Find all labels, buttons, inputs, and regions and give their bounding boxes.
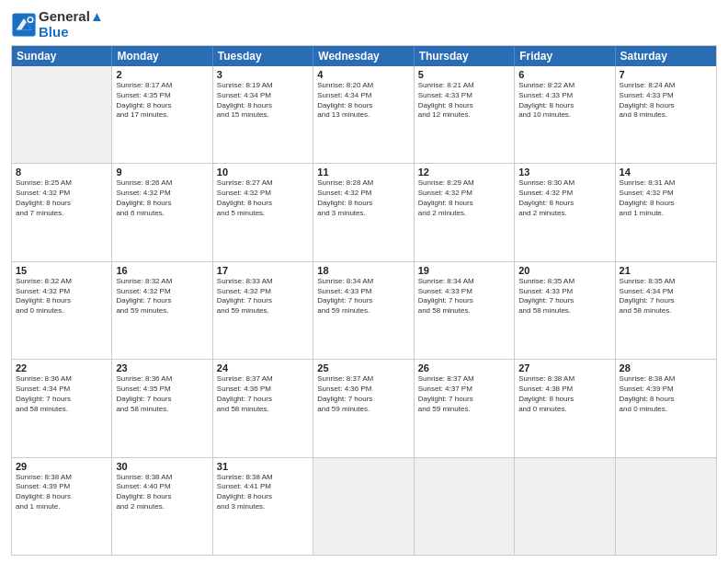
- calendar-cell: 30Sunrise: 8:38 AM Sunset: 4:40 PM Dayli…: [112, 458, 212, 555]
- cell-info: Sunrise: 8:35 AM Sunset: 4:34 PM Dayligh…: [620, 277, 712, 316]
- cell-info: Sunrise: 8:36 AM Sunset: 4:34 PM Dayligh…: [16, 374, 108, 414]
- cell-info: Sunrise: 8:37 AM Sunset: 4:36 PM Dayligh…: [317, 374, 409, 414]
- cell-info: Sunrise: 8:27 AM Sunset: 4:32 PM Dayligh…: [217, 178, 309, 218]
- cell-info: Sunrise: 8:33 AM Sunset: 4:32 PM Dayligh…: [217, 277, 309, 316]
- day-number: 25: [317, 362, 409, 373]
- calendar-cell: [313, 458, 414, 555]
- calendar-row-1: 8Sunrise: 8:25 AM Sunset: 4:32 PM Daylig…: [12, 163, 716, 260]
- calendar-cell: 8Sunrise: 8:25 AM Sunset: 4:32 PM Daylig…: [12, 164, 112, 260]
- day-number: 4: [317, 69, 409, 80]
- logo-text-block: General▲ Blue: [39, 9, 104, 40]
- cell-info: Sunrise: 8:37 AM Sunset: 4:36 PM Dayligh…: [217, 374, 309, 414]
- cell-info: Sunrise: 8:36 AM Sunset: 4:35 PM Dayligh…: [116, 374, 208, 414]
- calendar-cell: 18Sunrise: 8:34 AM Sunset: 4:33 PM Dayli…: [313, 262, 414, 359]
- cell-info: Sunrise: 8:32 AM Sunset: 4:32 PM Dayligh…: [116, 277, 208, 316]
- logo: General▲ Blue: [11, 9, 104, 40]
- cell-info: Sunrise: 8:28 AM Sunset: 4:32 PM Dayligh…: [317, 178, 409, 218]
- day-number: 10: [217, 167, 309, 178]
- header-cell-monday: Monday: [112, 46, 212, 66]
- header-cell-wednesday: Wednesday: [313, 46, 414, 66]
- calendar-cell: 16Sunrise: 8:32 AM Sunset: 4:32 PM Dayli…: [112, 262, 212, 359]
- cell-info: Sunrise: 8:22 AM Sunset: 4:33 PM Dayligh…: [518, 81, 610, 121]
- day-number: 18: [317, 265, 409, 276]
- calendar-cell: 23Sunrise: 8:36 AM Sunset: 4:35 PM Dayli…: [112, 360, 212, 456]
- header-cell-thursday: Thursday: [415, 46, 515, 66]
- svg-point-4: [28, 17, 32, 21]
- calendar-cell: 5Sunrise: 8:21 AM Sunset: 4:33 PM Daylig…: [415, 66, 515, 163]
- calendar-row-3: 22Sunrise: 8:36 AM Sunset: 4:34 PM Dayli…: [12, 359, 716, 456]
- day-number: 15: [16, 265, 108, 276]
- calendar-header: SundayMondayTuesdayWednesdayThursdayFrid…: [12, 46, 716, 66]
- header-cell-friday: Friday: [515, 46, 615, 66]
- day-number: 12: [418, 167, 510, 178]
- calendar-cell: 17Sunrise: 8:33 AM Sunset: 4:32 PM Dayli…: [213, 262, 313, 359]
- calendar-cell: 3Sunrise: 8:19 AM Sunset: 4:34 PM Daylig…: [213, 66, 313, 163]
- calendar: SundayMondayTuesdayWednesdayThursdayFrid…: [11, 45, 717, 556]
- cell-info: Sunrise: 8:19 AM Sunset: 4:34 PM Dayligh…: [217, 81, 309, 121]
- logo-line2: Blue: [39, 25, 104, 40]
- calendar-body: 2Sunrise: 8:17 AM Sunset: 4:35 PM Daylig…: [12, 66, 716, 555]
- calendar-page: General▲ Blue SundayMondayTuesdayWednesd…: [0, 0, 728, 563]
- day-number: 23: [116, 362, 208, 373]
- cell-info: Sunrise: 8:25 AM Sunset: 4:32 PM Dayligh…: [16, 178, 108, 218]
- day-number: 11: [317, 167, 409, 178]
- calendar-cell: 28Sunrise: 8:38 AM Sunset: 4:39 PM Dayli…: [616, 360, 716, 456]
- header-cell-sunday: Sunday: [12, 46, 112, 66]
- day-number: 7: [620, 69, 712, 80]
- calendar-row-0: 2Sunrise: 8:17 AM Sunset: 4:35 PM Daylig…: [12, 66, 716, 163]
- cell-info: Sunrise: 8:38 AM Sunset: 4:40 PM Dayligh…: [116, 473, 208, 512]
- cell-info: Sunrise: 8:37 AM Sunset: 4:37 PM Dayligh…: [418, 374, 510, 414]
- calendar-cell: 22Sunrise: 8:36 AM Sunset: 4:34 PM Dayli…: [12, 360, 112, 456]
- day-number: 26: [418, 362, 510, 373]
- cell-info: Sunrise: 8:29 AM Sunset: 4:32 PM Dayligh…: [418, 178, 510, 218]
- calendar-cell: 12Sunrise: 8:29 AM Sunset: 4:32 PM Dayli…: [415, 164, 515, 260]
- day-number: 16: [116, 265, 208, 276]
- calendar-cell: 15Sunrise: 8:32 AM Sunset: 4:32 PM Dayli…: [12, 262, 112, 359]
- calendar-cell: 31Sunrise: 8:38 AM Sunset: 4:41 PM Dayli…: [213, 458, 313, 555]
- calendar-cell: [515, 458, 615, 555]
- calendar-cell: 4Sunrise: 8:20 AM Sunset: 4:34 PM Daylig…: [313, 66, 414, 163]
- day-number: 9: [116, 167, 208, 178]
- calendar-cell: 6Sunrise: 8:22 AM Sunset: 4:33 PM Daylig…: [515, 66, 615, 163]
- cell-info: Sunrise: 8:38 AM Sunset: 4:39 PM Dayligh…: [620, 374, 712, 414]
- day-number: 28: [620, 362, 712, 373]
- day-number: 31: [217, 461, 309, 472]
- cell-info: Sunrise: 8:38 AM Sunset: 4:38 PM Dayligh…: [518, 374, 610, 414]
- header-cell-saturday: Saturday: [616, 46, 716, 66]
- calendar-cell: 9Sunrise: 8:26 AM Sunset: 4:32 PM Daylig…: [112, 164, 212, 260]
- calendar-cell: 20Sunrise: 8:35 AM Sunset: 4:33 PM Dayli…: [515, 262, 615, 359]
- calendar-cell: 2Sunrise: 8:17 AM Sunset: 4:35 PM Daylig…: [112, 66, 212, 163]
- cell-info: Sunrise: 8:38 AM Sunset: 4:41 PM Dayligh…: [217, 473, 309, 512]
- cell-info: Sunrise: 8:38 AM Sunset: 4:39 PM Dayligh…: [16, 473, 108, 512]
- header-cell-tuesday: Tuesday: [213, 46, 313, 66]
- day-number: 21: [620, 265, 712, 276]
- calendar-row-2: 15Sunrise: 8:32 AM Sunset: 4:32 PM Dayli…: [12, 261, 716, 359]
- cell-info: Sunrise: 8:34 AM Sunset: 4:33 PM Dayligh…: [317, 277, 409, 316]
- calendar-cell: 7Sunrise: 8:24 AM Sunset: 4:33 PM Daylig…: [616, 66, 716, 163]
- day-number: 22: [16, 362, 108, 373]
- day-number: 8: [16, 167, 108, 178]
- cell-info: Sunrise: 8:30 AM Sunset: 4:32 PM Dayligh…: [518, 178, 610, 218]
- day-number: 2: [116, 69, 208, 80]
- cell-info: Sunrise: 8:24 AM Sunset: 4:33 PM Dayligh…: [620, 81, 712, 121]
- day-number: 6: [518, 69, 610, 80]
- calendar-row-4: 29Sunrise: 8:38 AM Sunset: 4:39 PM Dayli…: [12, 457, 716, 555]
- calendar-cell: 26Sunrise: 8:37 AM Sunset: 4:37 PM Dayli…: [415, 360, 515, 456]
- cell-info: Sunrise: 8:35 AM Sunset: 4:33 PM Dayligh…: [518, 277, 610, 316]
- cell-info: Sunrise: 8:31 AM Sunset: 4:32 PM Dayligh…: [620, 178, 712, 218]
- day-number: 14: [620, 167, 712, 178]
- day-number: 17: [217, 265, 309, 276]
- day-number: 20: [518, 265, 610, 276]
- calendar-cell: 14Sunrise: 8:31 AM Sunset: 4:32 PM Dayli…: [616, 164, 716, 260]
- cell-info: Sunrise: 8:21 AM Sunset: 4:33 PM Dayligh…: [418, 81, 510, 121]
- logo-line1: General▲: [39, 9, 104, 25]
- day-number: 30: [116, 461, 208, 472]
- cell-info: Sunrise: 8:26 AM Sunset: 4:32 PM Dayligh…: [116, 178, 208, 218]
- calendar-cell: 21Sunrise: 8:35 AM Sunset: 4:34 PM Dayli…: [616, 262, 716, 359]
- day-number: 5: [418, 69, 510, 80]
- calendar-cell: 25Sunrise: 8:37 AM Sunset: 4:36 PM Dayli…: [313, 360, 414, 456]
- logo-icon: [11, 12, 37, 38]
- calendar-cell: 27Sunrise: 8:38 AM Sunset: 4:38 PM Dayli…: [515, 360, 615, 456]
- cell-info: Sunrise: 8:20 AM Sunset: 4:34 PM Dayligh…: [317, 81, 409, 121]
- calendar-cell: 19Sunrise: 8:34 AM Sunset: 4:33 PM Dayli…: [415, 262, 515, 359]
